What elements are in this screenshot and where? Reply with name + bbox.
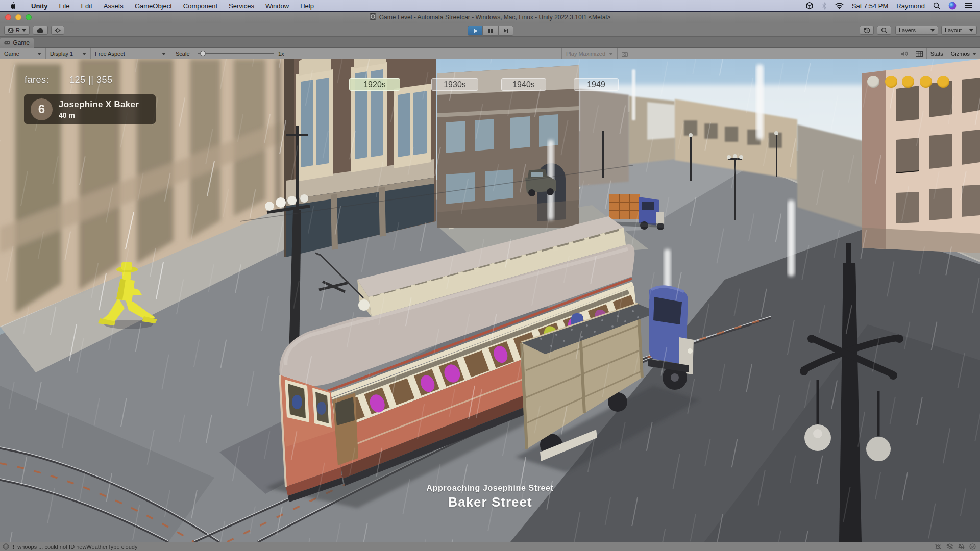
display-label: Display 1	[50, 51, 73, 57]
fares-value: 125 || 355	[69, 74, 112, 85]
stop-name: Josephine X Baker	[59, 99, 139, 110]
spotlight-search-icon[interactable]	[933, 2, 940, 9]
debugger-disabled-icon[interactable]	[935, 543, 942, 550]
decade-tab-1920s[interactable]: 1920s	[349, 78, 400, 91]
minimize-window-button[interactable]	[15, 14, 21, 20]
account-label: R	[16, 27, 20, 33]
svg-text:!: !	[5, 544, 7, 549]
layout-label: Layout	[945, 27, 962, 33]
display-dropdown[interactable]: Display 1	[46, 48, 91, 59]
aspect-label: Free Aspect	[95, 51, 125, 57]
menu-help[interactable]: Help	[295, 0, 320, 11]
caret-down-icon	[22, 29, 26, 32]
current-street-text: Baker Street	[0, 494, 980, 510]
capture-icon	[622, 48, 628, 59]
menu-assets[interactable]: Assets	[98, 0, 129, 11]
siri-icon[interactable]	[948, 2, 957, 10]
apple-icon[interactable]	[9, 2, 16, 10]
layers-dropdown[interactable]: Layers	[895, 26, 938, 35]
control-center-icon[interactable]	[965, 3, 973, 9]
unity-doc-icon	[370, 13, 376, 21]
fares-label: fares:	[24, 74, 49, 85]
play-controls	[468, 26, 513, 36]
menu-services[interactable]: Services	[223, 0, 260, 11]
scale-slider-knob[interactable]	[200, 51, 206, 56]
coin-indicator	[885, 76, 897, 88]
scale-slider-track[interactable]	[198, 53, 274, 54]
macos-menubar: Unity File Edit Assets GameObject Compon…	[0, 0, 980, 11]
next-stop-panel: 6 Josephine X Baker 40 m	[24, 94, 156, 124]
caret-down-icon	[969, 29, 973, 32]
window-title: Game Level - Automata Streetcar - Window…	[379, 14, 611, 21]
menu-window[interactable]: Window	[260, 0, 295, 11]
unity-hub-icon[interactable]	[805, 2, 814, 10]
warning-icon: !	[3, 543, 9, 550]
decade-tab-1940s[interactable]: 1940s	[501, 78, 546, 91]
view-mode-dropdown[interactable]: Game	[0, 48, 46, 59]
step-button[interactable]	[498, 26, 513, 36]
view-mode-label: Game	[4, 51, 19, 57]
coin-indicator	[920, 76, 932, 88]
services-button[interactable]	[51, 26, 64, 35]
decade-tab-1949[interactable]: 1949	[574, 78, 619, 91]
layout-dropdown[interactable]: Layout	[941, 26, 977, 35]
cloud-button[interactable]	[33, 26, 48, 35]
gizmos-dropdown[interactable]: Gizmos	[947, 48, 980, 59]
unity-toolbar: R Layers	[0, 23, 980, 37]
mute-audio-button[interactable]	[897, 48, 912, 59]
menubar-user[interactable]: Raymond	[896, 2, 925, 10]
gear-icon	[55, 27, 61, 34]
account-button[interactable]: R	[4, 26, 30, 35]
layers-muted-icon[interactable]	[946, 543, 953, 550]
decade-tab-1930s[interactable]: 1930s	[431, 78, 478, 91]
menubar-clock[interactable]: Sat 7:54 PM	[852, 2, 889, 10]
console-message[interactable]: !!! whoops ... could not ID newWeatherTy…	[11, 544, 137, 550]
play-maximized-dropdown[interactable]: Play Maximized	[561, 48, 618, 59]
tab-game[interactable]: Game	[0, 38, 34, 48]
menu-edit[interactable]: Edit	[75, 0, 97, 11]
wifi-icon[interactable]	[835, 3, 844, 9]
play-icon	[473, 28, 478, 34]
gamepad-icon	[4, 40, 10, 45]
menu-gameobject[interactable]: GameObject	[129, 0, 178, 11]
zoom-window-button[interactable]	[26, 14, 32, 20]
notifications-muted-icon[interactable]	[958, 543, 965, 550]
grid-icon	[916, 51, 923, 57]
search-icon	[881, 27, 888, 34]
close-window-button[interactable]	[5, 14, 11, 20]
stop-number-badge: 6	[31, 98, 53, 120]
screen: Unity File Edit Assets GameObject Compon…	[0, 0, 980, 551]
caret-down-icon	[930, 29, 935, 32]
fares-counter: fares: 125 || 355	[24, 74, 112, 85]
pause-button[interactable]	[483, 26, 498, 36]
person-icon	[8, 27, 14, 34]
search-button[interactable]	[877, 26, 891, 35]
play-maximized-label: Play Maximized	[566, 51, 605, 57]
tab-strip: Game	[0, 37, 980, 48]
console-statusbar[interactable]: ! !!! whoops ... could not ID newWeather…	[0, 542, 980, 551]
game-viewport[interactable]: fares: 125 || 355 6 Josephine X Baker 40…	[0, 59, 980, 542]
pause-icon	[488, 28, 493, 33]
vsync-grid-button[interactable]	[912, 48, 926, 59]
street-announcement: Approaching Josephine Street Baker Stree…	[0, 484, 980, 510]
aspect-dropdown[interactable]: Free Aspect	[91, 48, 170, 59]
stats-label: Stats	[930, 51, 943, 57]
bluetooth-icon[interactable]	[822, 2, 827, 10]
play-button[interactable]	[468, 26, 483, 36]
stats-button[interactable]: Stats	[926, 48, 947, 59]
undo-history-button[interactable]	[860, 26, 874, 35]
coin-indicator	[902, 76, 914, 88]
scale-label: Scale	[176, 48, 190, 59]
speaker-icon	[901, 51, 908, 57]
game-view-toolbar: Game Display 1 Free Aspect Scale 1x Play…	[0, 48, 980, 59]
menu-component[interactable]: Component	[178, 0, 223, 11]
scale-value: 1x	[278, 48, 284, 59]
coin-indicator	[937, 76, 949, 88]
progress-ok-icon[interactable]	[969, 543, 976, 550]
menu-file[interactable]: File	[54, 0, 76, 11]
menu-unity[interactable]: Unity	[26, 0, 54, 11]
window-titlebar[interactable]: Game Level - Automata Streetcar - Window…	[0, 11, 980, 23]
game-scene	[0, 59, 980, 542]
rain-overlay	[0, 59, 980, 542]
cloud-icon	[37, 28, 44, 33]
